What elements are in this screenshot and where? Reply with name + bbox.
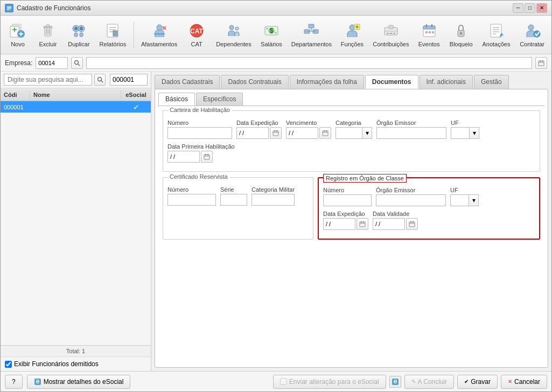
orgao-classe-orgao-group: Órgão Emissor (376, 187, 446, 206)
funcoes-button[interactable]: Funções (337, 19, 367, 50)
list-body: 000001 ✔ (1, 101, 151, 345)
duplicar-button[interactable]: Duplicar (64, 19, 94, 50)
orgao-classe-numero-input[interactable] (323, 194, 372, 206)
reservista-serie-input[interactable] (220, 194, 247, 206)
uf-dropdown-btn[interactable]: ▾ (470, 127, 479, 139)
departamentos-button[interactable]: Departamentos (288, 19, 335, 50)
data-expedicao-input[interactable] (236, 127, 269, 139)
title-bar: Cadastro de Funcionários ─ □ ✕ (1, 1, 551, 16)
help-label: ? (12, 378, 16, 386)
svg-rect-23 (80, 33, 83, 37)
data-expedicao-cal-button[interactable] (270, 127, 282, 139)
departamentos-label: Departamentos (291, 41, 332, 47)
inner-tab-basicos[interactable]: Básicos (158, 93, 195, 106)
empresa-code-input[interactable] (36, 57, 68, 69)
data-primeira-hab-date (167, 151, 235, 163)
orgao-classe-uf-input[interactable] (450, 194, 469, 206)
salarios-label: Salários (261, 41, 282, 47)
help-button[interactable]: ? (5, 375, 23, 389)
anotacoes-icon (487, 22, 505, 39)
inner-tab-content: Carteira de Habilitação Número Data Expe… (158, 106, 544, 367)
tab-documentos[interactable]: Documentos (365, 75, 418, 89)
minimize-button[interactable]: ─ (513, 3, 523, 13)
eventos-button[interactable]: Eventos (414, 19, 443, 50)
reservista-numero-input[interactable] (167, 194, 216, 206)
svg-point-80 (97, 78, 101, 81)
reservista-categoria-label: Categoria Militar (251, 186, 295, 193)
svg-point-73 (534, 31, 540, 37)
restore-button[interactable]: □ (525, 3, 535, 13)
empresa-row: Empresa: (1, 54, 551, 72)
svg-point-41 (275, 32, 277, 34)
orgao-classe-orgao-label: Órgão Emissor (376, 187, 446, 193)
orgao-classe-uf-dropdown-btn[interactable]: ▾ (469, 194, 479, 206)
empresa-name-input[interactable] (86, 57, 532, 69)
contratar-button[interactable]: Contratar (516, 19, 548, 50)
dependentes-button[interactable]: Dependentes (213, 19, 255, 50)
orgao-classe-expedicao-cal-button[interactable] (357, 218, 368, 230)
afastamentos-button[interactable]: Afastamentos (138, 19, 180, 50)
reservista-categoria-input[interactable] (251, 194, 295, 206)
excluir-button[interactable]: Excluir (34, 19, 62, 50)
exibir-demitidos-checkbox[interactable] (5, 361, 12, 368)
enviar-esocial-label: Enviar alteração para o eSocial (289, 378, 379, 386)
list-footer: Total: 1 (1, 345, 151, 356)
enviar-esocial-icon-btn[interactable]: e (389, 376, 401, 388)
tab-informacoes-folha[interactable]: Informações da folha (290, 75, 364, 89)
orgao-classe-validade-cal-button[interactable] (406, 218, 418, 230)
tab-dados-contratuais[interactable]: Dados Contratuais (221, 75, 288, 89)
tab-inf-adicionais[interactable]: Inf. adicionais (420, 75, 473, 89)
total-label: Total: 1 (66, 348, 85, 354)
list-item[interactable]: 000001 ✔ (1, 101, 151, 113)
eventos-icon (421, 22, 438, 39)
tab-gestao[interactable]: Gestão (474, 75, 509, 89)
categoria-dropdown-btn[interactable]: ▾ (362, 127, 372, 139)
relatorios-button[interactable]: Relatórios (96, 19, 130, 50)
certificado-reservista-section: Certificado Reservista Número Série (163, 177, 313, 240)
close-button[interactable]: ✕ (536, 3, 547, 13)
svg-rect-86 (323, 131, 328, 136)
contratar-label: Contratar (520, 41, 544, 47)
empresa-search-button[interactable] (71, 57, 83, 69)
anotacoes-button[interactable]: Anotações (479, 19, 514, 50)
vencimento-input[interactable] (286, 127, 318, 139)
svg-rect-82 (273, 131, 278, 136)
novo-button[interactable]: Novo (4, 19, 32, 50)
salarios-button[interactable]: $ Salários (257, 19, 286, 50)
list-cell-name (30, 106, 121, 108)
svg-point-36 (235, 27, 239, 30)
exibir-demitidos-label[interactable]: Exibir Funcionários demitidos (5, 360, 99, 368)
cancelar-button[interactable]: ✕ Cancelar (501, 375, 547, 389)
bloqueio-button[interactable]: Bloqueio (446, 19, 477, 50)
vencimento-label: Vencimento (286, 120, 331, 126)
numero-input[interactable] (167, 127, 232, 139)
enviar-esocial-button[interactable]: Enviar alteração para o eSocial (273, 375, 386, 389)
orgao-emissor-input[interactable] (376, 127, 446, 139)
data-primeira-hab-input[interactable] (167, 151, 200, 163)
delete-icon (39, 22, 57, 39)
tab-dados-cadastrais[interactable]: Dados Cadastrais (155, 75, 220, 89)
categoria-input[interactable] (336, 127, 362, 139)
orgao-classe-orgao-input[interactable] (376, 194, 446, 206)
filter-input[interactable] (110, 74, 148, 86)
registro-orgao-classe-section: Registro em Órgão de Classe Número Órgão… (318, 177, 540, 240)
concluir-button[interactable]: ✎ A Concluir (404, 375, 455, 389)
window-title: Cadastro de Funcionários (17, 4, 90, 12)
certificado-reservista-title: Certificado Reservista (167, 173, 230, 180)
search-button[interactable] (94, 74, 106, 86)
search-input[interactable] (4, 74, 92, 86)
cat-icon: CAT (188, 22, 205, 39)
esocial-details-button[interactable]: e Mostrar detalhes do eSocial (27, 375, 131, 389)
orgao-classe-validade-input[interactable] (373, 218, 405, 230)
empresa-cal-button[interactable] (535, 57, 547, 69)
inner-tab-especificos[interactable]: Específicos (196, 93, 243, 106)
orgao-classe-expedicao-input[interactable] (323, 218, 355, 230)
carteira-row-1: Número Data Expedição (167, 120, 535, 139)
uf-input[interactable] (451, 127, 470, 139)
contribuicoes-button[interactable]: Contribuições (369, 19, 412, 50)
vencimento-cal-button[interactable] (319, 127, 331, 139)
data-primeira-hab-label: Data Primeira Habilitação (167, 143, 235, 150)
data-primeira-hab-cal-button[interactable] (201, 151, 213, 163)
gravar-button[interactable]: ✔ Gravar (457, 375, 498, 389)
cat-button[interactable]: CAT CAT (183, 19, 211, 50)
